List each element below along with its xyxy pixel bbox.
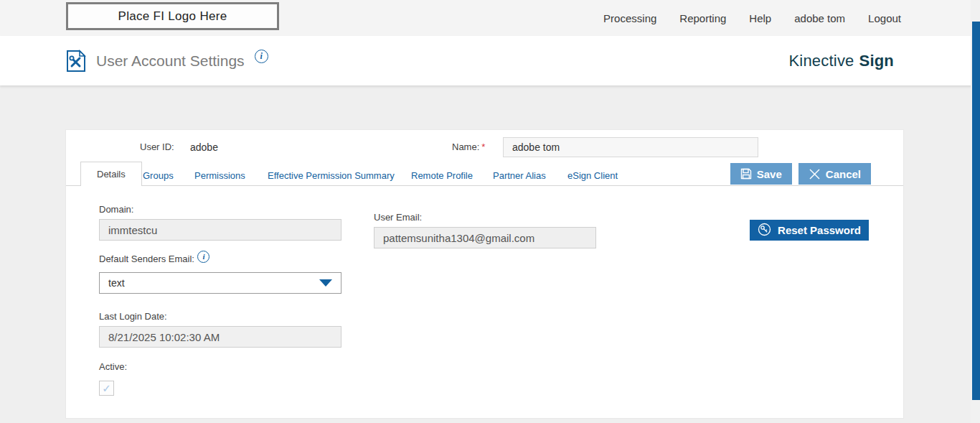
nav-item-help[interactable]: Help xyxy=(749,12,771,24)
nav-item-user-menu[interactable]: adobe tom xyxy=(794,12,845,24)
page-header: User Account Settings Kinective Sign xyxy=(0,36,980,85)
cancel-button[interactable]: Cancel xyxy=(798,163,871,185)
active-label: Active: xyxy=(99,361,127,372)
user-id-value: adobe xyxy=(190,141,218,153)
tab-remote-profile[interactable]: Remote Profile xyxy=(411,164,473,186)
tab-strip-divider xyxy=(66,185,903,186)
cancel-x-icon xyxy=(809,168,821,180)
default-senders-email-label: Default Senders Email: xyxy=(99,254,194,264)
tab-details[interactable]: Details xyxy=(80,162,142,186)
nav-item-logout[interactable]: Logout xyxy=(868,12,901,24)
fi-logo-placeholder: Place FI Logo Here xyxy=(66,2,279,30)
tab-strip: Details Groups Permissions Effective Per… xyxy=(66,162,903,186)
brand-product: Sign xyxy=(859,52,894,70)
page-title: User Account Settings xyxy=(96,52,245,70)
user-email-field: pattemsunitha1304@gmail.com xyxy=(374,227,596,248)
brand-name: Kinective xyxy=(788,52,854,70)
tab-permissions[interactable]: Permissions xyxy=(194,164,245,186)
default-senders-email-select[interactable]: text xyxy=(99,272,341,294)
active-checkbox[interactable]: ✓ xyxy=(99,381,114,396)
last-login-date-label: Last Login Date: xyxy=(99,311,341,322)
top-bar: Place FI Logo Here Processing Reporting … xyxy=(0,0,980,36)
reset-password-key-icon xyxy=(758,223,771,238)
user-id-label: User ID: xyxy=(140,141,174,152)
checkmark-icon: ✓ xyxy=(102,382,111,395)
active-group: Active: ✓ xyxy=(99,361,127,396)
tab-effective-permission-summary[interactable]: Effective Permission Summary xyxy=(268,164,395,186)
top-navigation: Processing Reporting Help adobe tom Logo… xyxy=(603,0,901,36)
default-senders-email-group: Default Senders Email: text xyxy=(99,252,341,294)
name-field[interactable] xyxy=(503,137,758,157)
user-email-label: User Email: xyxy=(374,212,596,223)
brand-logo: Kinective Sign xyxy=(788,36,894,85)
page-info-icon[interactable] xyxy=(255,50,268,63)
default-senders-email-info-icon[interactable] xyxy=(197,251,209,263)
nav-item-processing[interactable]: Processing xyxy=(603,12,656,24)
tab-groups[interactable]: Groups xyxy=(143,164,174,186)
domain-label: Domain: xyxy=(99,204,341,215)
domain-field-group: Domain: immtestcu xyxy=(99,204,341,241)
tab-partner-alias[interactable]: Partner Alias xyxy=(493,164,546,186)
user-account-settings-panel: User ID: adobe Name:* Details Groups Per… xyxy=(65,129,904,419)
save-icon xyxy=(740,168,752,180)
save-button[interactable]: Save xyxy=(730,163,792,185)
tab-esign-client[interactable]: eSign Client xyxy=(567,164,618,186)
last-login-date-field: 8/21/2025 10:02:30 AM xyxy=(99,326,341,348)
fi-logo-text: Place FI Logo Here xyxy=(118,9,227,24)
vertical-scrollbar-track[interactable] xyxy=(971,0,980,423)
reset-password-button[interactable]: Reset Password xyxy=(750,220,869,241)
identity-row: User ID: adobe Name:* xyxy=(66,137,903,159)
nav-item-reporting[interactable]: Reporting xyxy=(679,12,726,24)
required-asterisk: * xyxy=(481,141,485,152)
settings-document-icon xyxy=(66,50,86,73)
domain-field: immtestcu xyxy=(99,219,341,241)
name-label: Name:* xyxy=(452,141,485,152)
user-email-field-group: User Email: pattemsunitha1304@gmail.com xyxy=(374,212,596,248)
chevron-down-icon xyxy=(319,279,332,287)
vertical-scrollbar-thumb[interactable] xyxy=(972,22,980,400)
last-login-date-group: Last Login Date: 8/21/2025 10:02:30 AM xyxy=(99,311,341,348)
